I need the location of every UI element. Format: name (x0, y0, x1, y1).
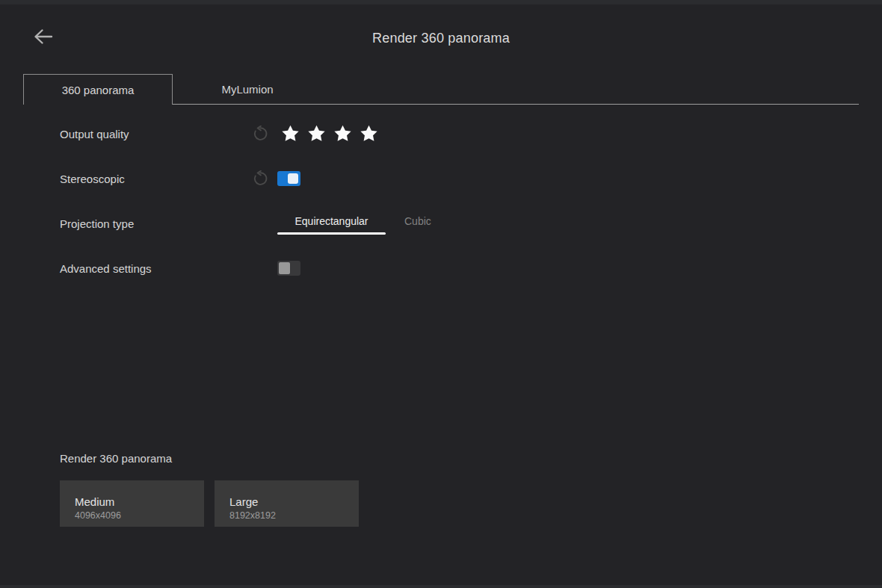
setting-row-output-quality: Output quality (60, 111, 852, 156)
page-title: Render 360 panorama (0, 31, 882, 46)
projection-type-label: Projection type (60, 217, 253, 230)
star-icon[interactable] (306, 124, 327, 143)
render-large-button[interactable]: Large 8192x8192 (215, 480, 359, 527)
render-section-label: Render 360 panorama (60, 452, 172, 465)
stereoscopic-toggle[interactable] (277, 171, 300, 186)
toggle-knob (279, 262, 290, 274)
reset-icon[interactable] (253, 126, 269, 142)
advanced-settings-label: Advanced settings (60, 262, 253, 275)
tab-bar-divider (173, 104, 859, 105)
tab-360-panorama[interactable]: 360 panorama (23, 74, 173, 105)
setting-row-projection-type: Projection type Equirectangular Cubic (60, 201, 852, 246)
tab-bar: 360 panorama MyLumion (23, 74, 859, 105)
setting-row-stereoscopic: Stereoscopic (60, 156, 852, 201)
setting-row-advanced-settings: Advanced settings (60, 246, 852, 291)
render-large-resolution: 8192x8192 (229, 510, 359, 521)
segment-equirectangular[interactable]: Equirectangular (277, 212, 386, 235)
stereoscopic-label: Stereoscopic (60, 173, 253, 185)
render-panorama-dialog: Render 360 panorama 360 panorama MyLumio… (0, 0, 882, 588)
settings-panel: Output quality (60, 111, 852, 291)
reset-slot (253, 126, 277, 142)
projection-type-segmented: Equirectangular Cubic (277, 212, 431, 235)
advanced-settings-toggle[interactable] (277, 261, 300, 276)
star-icon[interactable] (359, 124, 379, 143)
render-buttons: Medium 4096x4096 Large 8192x8192 (60, 480, 359, 527)
reset-icon[interactable] (253, 170, 269, 187)
render-medium-label: Medium (75, 495, 204, 508)
render-large-label: Large (229, 495, 359, 508)
segment-cubic[interactable]: Cubic (404, 212, 431, 235)
toggle-knob (288, 173, 298, 184)
reset-slot (253, 170, 277, 187)
star-icon[interactable] (280, 124, 300, 143)
render-medium-button[interactable]: Medium 4096x4096 (60, 480, 204, 527)
star-icon[interactable] (333, 124, 353, 143)
window-edge-bottom (0, 585, 882, 588)
window-edge-top (0, 0, 882, 4)
output-quality-label: Output quality (60, 128, 253, 140)
star-rating (280, 124, 379, 143)
render-medium-resolution: 4096x4096 (75, 510, 204, 521)
tab-mylumion[interactable]: MyLumion (173, 74, 322, 105)
